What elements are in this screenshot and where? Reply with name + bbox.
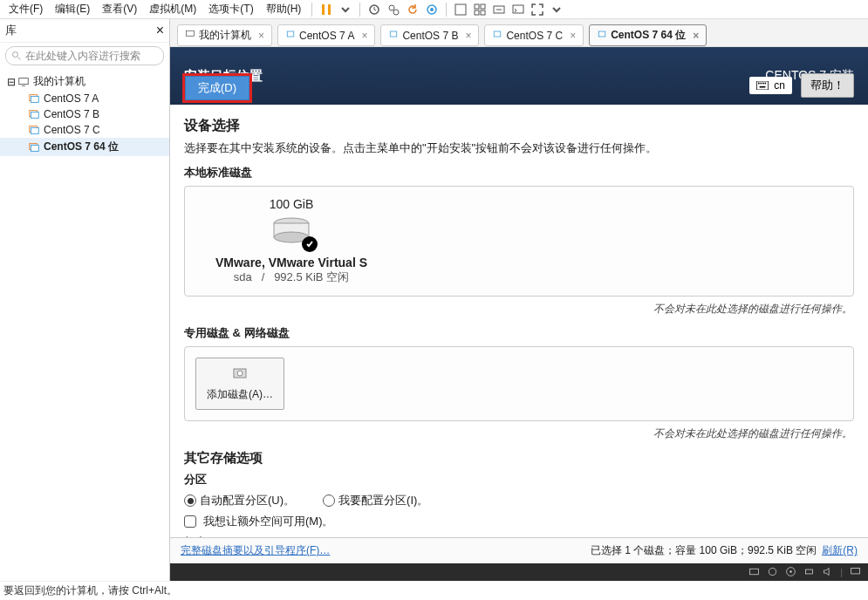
checkbox-freespace[interactable]: 我想让额外空间可用(M)。	[184, 514, 854, 529]
tab-vm[interactable]: CentOS 7 B ×	[380, 24, 479, 46]
vm-tree-item[interactable]: CentOS 7 C	[0, 122, 169, 138]
disk-item[interactable]: 100 GiB VMware, VMware Virtual S sda / 9…	[195, 197, 387, 285]
vm-tree-item-selected[interactable]: CentOS 7 64 位	[0, 138, 169, 156]
fullscreen-icon[interactable]	[529, 1, 546, 18]
menu-vm[interactable]: 虚拟机(M)	[144, 0, 202, 18]
radio-icon	[184, 494, 196, 507]
add-disk-button[interactable]: 添加磁盘(A)…	[195, 358, 284, 410]
svg-rect-1	[328, 4, 331, 15]
menu-help[interactable]: 帮助(H)	[261, 0, 307, 18]
close-icon[interactable]: ×	[465, 30, 471, 42]
snapshot-manage-icon[interactable]	[385, 1, 402, 18]
svg-point-14	[13, 52, 18, 58]
snapshot-icon[interactable]	[366, 1, 383, 18]
vm-statusbar: |	[170, 563, 868, 581]
close-icon[interactable]: ×	[361, 30, 367, 42]
special-disks-heading: 专用磁盘 & 网络磁盘	[184, 325, 854, 341]
menu-edit[interactable]: 编辑(E)	[50, 0, 95, 18]
disk-summary-link[interactable]: 完整磁盘摘要以及引导程序(F)…	[181, 543, 330, 558]
menu-tabs[interactable]: 选项卡(T)	[203, 0, 258, 18]
vm-tree-item[interactable]: CentOS 7 A	[0, 91, 169, 106]
tree-root-label: 我的计算机	[33, 74, 85, 89]
add-disk-icon	[232, 365, 248, 384]
svg-rect-15	[19, 78, 29, 84]
svg-rect-23	[31, 145, 39, 151]
sound-icon[interactable]	[822, 566, 833, 579]
svg-rect-10	[475, 10, 479, 15]
vm-icon	[388, 29, 399, 42]
refresh-link[interactable]: 刷新(R)	[822, 543, 858, 558]
tab-vm[interactable]: CentOS 7 A ×	[277, 24, 375, 46]
snapshot-revert-icon[interactable]	[404, 1, 421, 18]
svg-rect-44	[806, 569, 813, 574]
network-icon[interactable]	[748, 566, 760, 579]
device-icon[interactable]	[767, 566, 778, 579]
keyboard-layout[interactable]: cn	[749, 77, 792, 94]
home-icon	[185, 29, 195, 42]
cdrom-icon[interactable]	[785, 566, 796, 579]
library-header: 库 ×	[0, 19, 169, 43]
vm-icon	[28, 124, 40, 136]
menu-file[interactable]: 文件(F)	[3, 0, 48, 18]
svg-rect-33	[765, 83, 767, 85]
dropdown-icon[interactable]	[337, 1, 354, 18]
svg-rect-9	[481, 4, 485, 9]
stretch-icon[interactable]	[490, 1, 508, 18]
search-input[interactable]: 在此处键入内容进行搜索	[5, 46, 164, 65]
radio-manual-partition[interactable]: 我要配置分区(I)。	[323, 493, 428, 508]
right-pane: 我的计算机 × CentOS 7 A × CentOS 7 B × CentOS…	[170, 19, 868, 581]
help-button[interactable]: 帮助！	[801, 73, 854, 98]
tab-label: CentOS 7 B	[402, 30, 458, 42]
checkbox-icon	[184, 515, 196, 528]
svg-point-41	[769, 568, 776, 575]
vm-label: CentOS 7 A	[44, 92, 99, 105]
radio-auto-partition[interactable]: 自动配置分区(U)。	[184, 493, 295, 508]
collapse-icon[interactable]: ⊟	[7, 76, 16, 88]
disk-size: 100 GiB	[195, 197, 387, 211]
tab-home[interactable]: 我的计算机 ×	[177, 24, 272, 46]
menubar: 文件(F) 编辑(E) 查看(V) 虚拟机(M) 选项卡(T) 帮助(H)	[0, 0, 868, 19]
tab-label: 我的计算机	[199, 28, 251, 43]
vm-tree-item[interactable]: CentOS 7 B	[0, 106, 169, 122]
radio-label: 我要配置分区(I)。	[338, 493, 428, 508]
pause-icon[interactable]	[318, 1, 335, 18]
dropdown2-icon[interactable]	[548, 1, 565, 18]
tabs-row: 我的计算机 × CentOS 7 A × CentOS 7 B × CentOS…	[170, 19, 868, 46]
disk-sub: sda / 992.5 KiB 空闲	[195, 269, 387, 285]
console-icon[interactable]	[509, 1, 527, 18]
radio-label: 自动配置分区(U)。	[200, 493, 295, 508]
svg-rect-21	[31, 127, 39, 133]
checkbox-label: 我想让额外空间可用(M)。	[203, 514, 334, 529]
close-icon[interactable]: ×	[156, 23, 164, 38]
installer-body: 设备选择 选择要在其中安装系统的设备。点击主菜单中的"开始安装"按钮前不会对该设…	[170, 105, 868, 537]
svg-rect-31	[761, 83, 762, 85]
printer-icon[interactable]	[803, 566, 815, 579]
device-section-title: 设备选择	[184, 117, 854, 135]
thumbnail-icon[interactable]	[471, 1, 489, 18]
display-icon[interactable]	[850, 566, 861, 579]
menu-view[interactable]: 查看(V)	[97, 0, 142, 18]
local-disks-heading: 本地标准磁盘	[184, 165, 854, 181]
done-button[interactable]: 完成(D)	[185, 76, 249, 100]
svg-point-43	[789, 570, 791, 572]
svg-rect-29	[757, 81, 769, 90]
library-title: 库	[5, 23, 17, 38]
tab-label: CentOS 7 64 位	[611, 28, 686, 43]
tree-root[interactable]: ⊟ 我的计算机	[0, 72, 169, 91]
keyboard-icon	[756, 81, 769, 90]
svg-rect-26	[391, 31, 398, 37]
tab-vm-active[interactable]: CentOS 7 64 位 ×	[589, 24, 707, 46]
fit-icon[interactable]	[452, 1, 469, 18]
svg-rect-7	[455, 4, 466, 15]
close-icon[interactable]: ×	[570, 30, 576, 42]
check-icon	[302, 236, 318, 252]
vm-icon	[28, 92, 40, 105]
installer-footer: 完整磁盘摘要以及引导程序(F)… 已选择 1 个磁盘；容量 100 GiB；99…	[170, 537, 868, 563]
close-icon[interactable]: ×	[693, 30, 699, 42]
search-placeholder: 在此处键入内容进行搜索	[25, 49, 140, 64]
svg-rect-24	[187, 31, 195, 36]
snapshot-take-icon[interactable]	[423, 1, 441, 18]
close-icon[interactable]: ×	[258, 30, 264, 42]
tab-vm[interactable]: CentOS 7 C ×	[484, 24, 584, 46]
search-icon	[11, 51, 22, 61]
